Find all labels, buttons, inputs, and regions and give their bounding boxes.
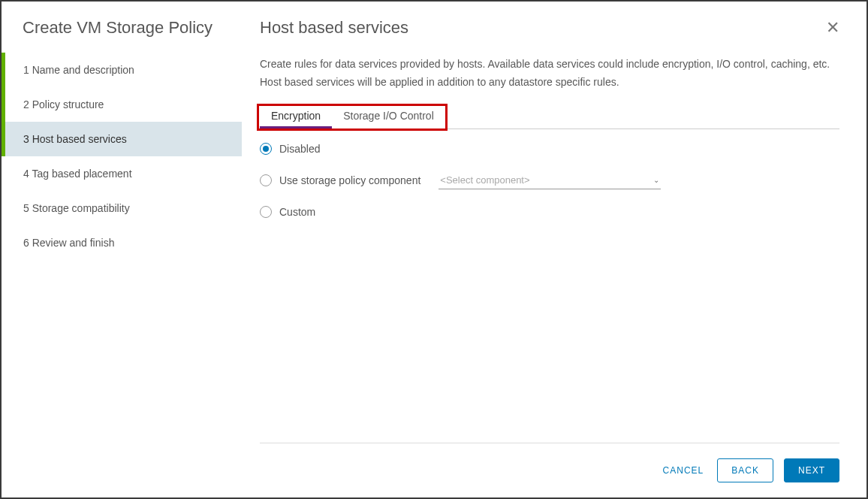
- step-index: 6: [23, 237, 29, 249]
- dialog-footer: CANCEL BACK NEXT: [260, 443, 839, 482]
- dialog-body: Create VM Storage Policy 1 Name and desc…: [2, 2, 866, 497]
- tab-storage-io-control[interactable]: Storage I/O Control: [332, 105, 445, 129]
- option-use-component-label[interactable]: Use storage policy component: [279, 174, 420, 186]
- back-button[interactable]: BACK: [717, 458, 773, 482]
- option-custom-radio[interactable]: [260, 206, 272, 218]
- dialog-frame: Create VM Storage Policy 1 Name and desc…: [0, 0, 868, 499]
- option-custom-row: Custom: [260, 206, 839, 218]
- wizard-step-list: 1 Name and description 2 Policy structur…: [2, 53, 242, 260]
- option-disabled-radio[interactable]: [260, 143, 272, 155]
- wizard-step-review-finish[interactable]: 6 Review and finish: [2, 225, 242, 260]
- step-label: Storage compatibility: [32, 202, 130, 214]
- step-index: 5: [23, 202, 29, 214]
- wizard-sidebar: Create VM Storage Policy 1 Name and desc…: [2, 2, 242, 497]
- option-use-component-row: Use storage policy component <Select com…: [260, 171, 839, 189]
- wizard-step-storage-compatibility[interactable]: 5 Storage compatibility: [2, 191, 242, 225]
- step-label: Name and description: [32, 64, 134, 76]
- cancel-button[interactable]: CANCEL: [660, 459, 707, 482]
- option-use-component-radio[interactable]: [260, 174, 272, 186]
- main-header: Host based services ✕: [260, 18, 839, 38]
- main-content: Host based services ✕ Create rules for d…: [242, 2, 866, 497]
- next-button[interactable]: NEXT: [784, 458, 839, 482]
- tab-encryption[interactable]: Encryption: [260, 105, 332, 129]
- component-select[interactable]: <Select component> ⌄: [439, 171, 661, 189]
- wizard-step-host-based-services[interactable]: 3 Host based services: [2, 122, 242, 156]
- wizard-step-name-description[interactable]: 1 Name and description: [2, 53, 242, 87]
- options-group: Disabled Use storage policy component <S…: [260, 143, 839, 234]
- page-title: Host based services: [260, 18, 408, 38]
- step-label: Host based services: [32, 133, 127, 145]
- wizard-step-policy-structure[interactable]: 2 Policy structure: [2, 87, 242, 122]
- page-description: Create rules for data services provided …: [260, 56, 839, 92]
- option-disabled-label[interactable]: Disabled: [279, 143, 320, 155]
- step-index: 4: [23, 168, 29, 180]
- step-label: Policy structure: [32, 98, 104, 110]
- step-index: 3: [23, 133, 29, 145]
- tab-bar: Encryption Storage I/O Control: [260, 105, 839, 129]
- wizard-title: Create VM Storage Policy: [2, 18, 242, 53]
- wizard-step-tag-based-placement[interactable]: 4 Tag based placement: [2, 156, 242, 191]
- option-custom-label[interactable]: Custom: [279, 206, 315, 218]
- close-button[interactable]: ✕: [826, 18, 839, 36]
- option-disabled-row: Disabled: [260, 143, 839, 155]
- component-select-wrap: <Select component> ⌄: [439, 171, 661, 189]
- close-icon: ✕: [826, 18, 839, 37]
- chevron-down-icon: ⌄: [653, 176, 659, 184]
- select-placeholder: <Select component>: [440, 174, 529, 186]
- step-label: Tag based placement: [32, 168, 131, 180]
- step-index: 2: [23, 98, 29, 110]
- step-index: 1: [23, 64, 29, 76]
- step-label: Review and finish: [32, 237, 115, 249]
